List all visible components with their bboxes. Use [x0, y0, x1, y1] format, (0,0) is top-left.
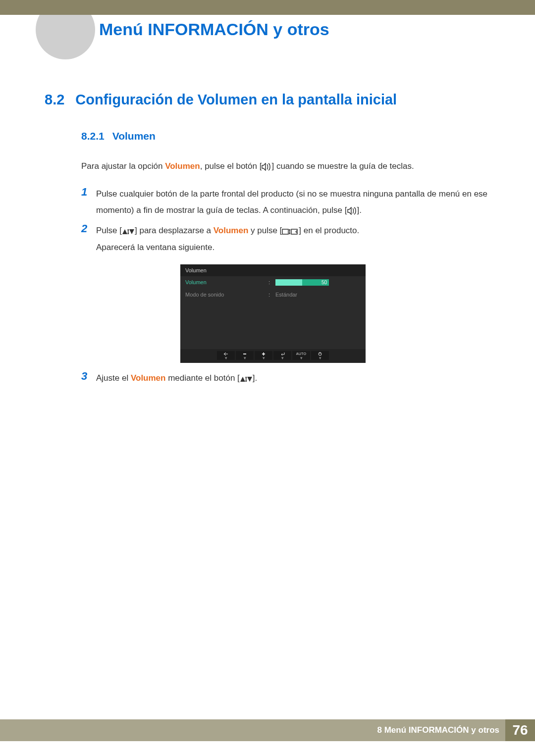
step-number: 1 — [81, 186, 96, 199]
osd-row-label: Volumen — [185, 279, 268, 285]
step-number: 2 — [81, 222, 96, 235]
osd-screenshot: VolumenVolumen:50Modo de sonido:Estándar… — [180, 264, 366, 363]
step-text: Pulse cualquier botón de la parte fronta… — [96, 186, 495, 218]
osd-btn-plus: ▾ — [255, 351, 272, 360]
chapter-title: Menú INFORMACIÓN y otros — [99, 20, 329, 39]
section-title: Configuración de Volumen en la pantalla … — [75, 92, 397, 108]
osd-btn-enter: ▾ — [273, 351, 291, 360]
svg-rect-6 — [320, 352, 321, 354]
up-down-icon — [122, 228, 135, 235]
osd-row-label: Modo de sonido — [185, 292, 268, 298]
subsection-number: 8.2.1 — [81, 130, 105, 142]
osd-btn-minus: ▾ — [236, 351, 254, 360]
intro-paragraph: Para ajustar la opción Volumen, pulse el… — [81, 159, 495, 173]
osd-row-value: 50 — [275, 279, 361, 286]
volume-icon — [262, 163, 271, 171]
osd-button-bar: ▾▾▾▾AUTO▾▾ — [180, 349, 366, 363]
osd-btn-AUTO: AUTO▾ — [292, 351, 310, 360]
section-heading: 8.2 Configuración de Volumen en la panta… — [45, 92, 495, 108]
intro-tail: ] cuando se muestre la guía de teclas. — [271, 161, 414, 171]
osd-row: Modo de sonido:Estándar — [180, 289, 366, 301]
volume-icon — [347, 207, 357, 215]
highlight-term: Volumen — [214, 226, 249, 235]
osd-btn-power: ▾ — [311, 351, 329, 360]
section-number: 8.2 — [45, 92, 64, 108]
step-text: Ajuste el Volumen mediante el botón []. — [96, 370, 257, 386]
osd-progress-bar: 50 — [275, 279, 329, 286]
step-row: 1Pulse cualquier botón de la parte front… — [81, 186, 495, 218]
subsection-title: Volumen — [112, 130, 156, 142]
step-number: 3 — [81, 370, 96, 383]
page-footer: 8 Menú INFORMACIÓN y otros 76 — [0, 719, 535, 741]
page-number: 76 — [505, 719, 535, 741]
up-down-icon — [240, 376, 253, 383]
subsection-heading: 8.2.1 Volumen — [81, 130, 495, 142]
intro-strong: Volumen — [165, 161, 200, 171]
intro-post: , pulse el botón [ — [200, 161, 262, 171]
osd-title: Volumen — [180, 264, 366, 276]
svg-rect-0 — [282, 229, 288, 234]
svg-rect-4 — [263, 353, 264, 355]
footer-chapter-ref: 8 Menú INFORMACIÓN y otros — [377, 725, 499, 735]
intro-pre: Para ajustar la opción — [81, 161, 165, 171]
menu-enter-icon — [282, 228, 299, 235]
svg-rect-2 — [243, 353, 246, 354]
svg-rect-1 — [291, 229, 297, 234]
step-text: Pulse [] para desplazarse a Volumen y pu… — [96, 222, 359, 255]
step-row: 3Ajuste el Volumen mediante el botón []. — [81, 370, 495, 386]
osd-row: Volumen:50 — [180, 276, 366, 289]
highlight-term: Volumen — [131, 373, 166, 383]
content: 8.2 Configuración de Volumen en la panta… — [45, 92, 495, 390]
osd-btn-back: ▾ — [217, 351, 235, 360]
osd-row-value: Estándar — [275, 292, 361, 298]
step-row: 2Pulse [] para desplazarse a Volumen y p… — [81, 222, 495, 255]
top-strip — [0, 0, 535, 15]
step-aftertext: Aparecerá la ventana siguiente. — [96, 243, 214, 252]
